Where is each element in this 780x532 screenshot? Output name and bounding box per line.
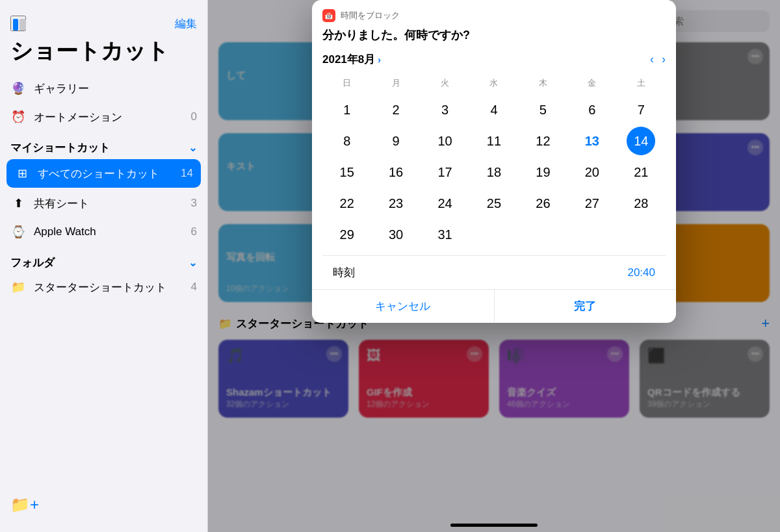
dialog: 📅 時間をブロック 分かりました。何時ですか? 2021年8月 › ‹ › 日	[312, 0, 676, 323]
calendar-day-27[interactable]: 27	[578, 189, 606, 218]
my-shortcuts-chevron[interactable]: ⌄	[188, 142, 197, 154]
calendar-day-21[interactable]: 21	[627, 158, 655, 186]
folders-label: フォルダ	[10, 255, 55, 270]
calendar-day-22[interactable]: 22	[333, 189, 361, 218]
calendar-month: 2021年8月 ›	[322, 52, 381, 67]
calendar: 2021年8月 › ‹ › 日 月 火 水 木 金 土	[312, 52, 676, 289]
weekday-mon: 月	[371, 75, 420, 92]
calendar-days: 1 2 3 4 5 6 7 8 9 10 11 12 13 14 15	[322, 94, 666, 250]
calendar-day-7[interactable]: 7	[627, 95, 655, 124]
modal-overlay: 📅 時間をブロック 分かりました。何時ですか? 2021年8月 › ‹ › 日	[208, 0, 780, 532]
calendar-day-14[interactable]: 14	[627, 127, 655, 155]
calendar-nav-buttons: ‹ ›	[650, 53, 666, 66]
dialog-question: 分かりました。何時ですか?	[312, 25, 676, 52]
cancel-button[interactable]: キャンセル	[312, 290, 495, 323]
sidebar-item-automation[interactable]: ⏰ オートメーション 0	[0, 103, 207, 131]
automation-icon: ⏰	[10, 109, 26, 125]
calendar-day-12[interactable]: 12	[528, 127, 557, 155]
starter-icon: 📁	[10, 279, 26, 295]
app-name: 時間をブロック	[341, 10, 400, 21]
time-value[interactable]: 20:40	[627, 266, 655, 279]
calendar-day-1[interactable]: 1	[333, 95, 361, 124]
weekday-fri: 金	[567, 75, 616, 92]
shared-label: 共有シート	[34, 196, 183, 211]
calendar-day-3[interactable]: 3	[431, 95, 460, 124]
shared-icon: ⬆	[10, 196, 26, 211]
main-content: 🔍 ••• して ••• ••• Ok Google OK Google •••…	[208, 0, 780, 532]
sidebar-item-all-shortcuts[interactable]: ⊞ すべてのショートカット 14	[6, 159, 201, 188]
calendar-day-30[interactable]: 30	[382, 220, 410, 249]
weekday-wed: 水	[469, 75, 518, 92]
sidebar-toggle-button[interactable]	[10, 16, 26, 31]
gallery-label: ギャラリー	[34, 81, 197, 96]
app-icon: 📅	[322, 9, 335, 22]
calendar-weekdays: 日 月 火 水 木 金 土	[322, 75, 666, 92]
next-month-button[interactable]: ›	[662, 53, 666, 66]
sidebar-item-starter[interactable]: 📁 スターターショートカット 4	[0, 273, 207, 301]
calendar-day-6[interactable]: 6	[578, 95, 606, 124]
automation-count: 0	[191, 110, 197, 123]
starter-count: 4	[191, 281, 197, 294]
calendar-day-28[interactable]: 28	[627, 189, 655, 218]
sidebar-title: ショートカット	[0, 34, 207, 74]
dialog-header: 📅 時間をブロック	[312, 0, 676, 25]
folders-chevron[interactable]: ⌄	[188, 257, 197, 269]
calendar-day-2[interactable]: 2	[382, 95, 410, 124]
sidebar: 編集 ショートカット 🔮 ギャラリー ⏰ オートメーション 0 マイショートカッ…	[0, 0, 208, 532]
prev-month-button[interactable]: ‹	[650, 53, 654, 66]
sidebar-item-gallery[interactable]: 🔮 ギャラリー	[0, 74, 207, 103]
apple-watch-label: Apple Watch	[34, 225, 183, 238]
calendar-day-16[interactable]: 16	[382, 158, 410, 186]
gallery-icon: 🔮	[10, 81, 26, 96]
calendar-day-5[interactable]: 5	[528, 95, 557, 124]
edit-button[interactable]: 編集	[175, 16, 197, 31]
calendar-day-11[interactable]: 11	[480, 127, 508, 155]
automation-label: オートメーション	[34, 110, 183, 125]
all-shortcuts-icon: ⊞	[14, 166, 30, 181]
calendar-day-24[interactable]: 24	[431, 189, 460, 218]
sidebar-bottom: 📁+	[0, 488, 207, 522]
weekday-sun: 日	[322, 75, 371, 92]
calendar-day-31[interactable]: 31	[431, 220, 460, 249]
weekday-sat: 土	[617, 75, 666, 92]
calendar-day-25[interactable]: 25	[480, 189, 508, 218]
calendar-day-23[interactable]: 23	[382, 189, 410, 218]
shared-count: 3	[191, 197, 197, 210]
calendar-day-29[interactable]: 29	[333, 220, 361, 249]
sidebar-item-shared[interactable]: ⬆ 共有シート 3	[0, 189, 207, 218]
calendar-day-18[interactable]: 18	[480, 158, 508, 186]
calendar-day-8[interactable]: 8	[333, 127, 361, 155]
calendar-day-26[interactable]: 26	[528, 189, 557, 218]
calendar-day-4[interactable]: 4	[480, 95, 508, 124]
weekday-tue: 火	[421, 75, 469, 92]
calendar-day-9[interactable]: 9	[382, 127, 410, 155]
add-folder-button[interactable]: 📁+	[10, 496, 39, 514]
all-shortcuts-count: 14	[181, 167, 193, 180]
calendar-nav: 2021年8月 › ‹ ›	[322, 52, 666, 67]
time-row: 時刻 20:40	[322, 255, 666, 289]
calendar-day-10[interactable]: 10	[431, 127, 460, 155]
apple-watch-count: 6	[191, 225, 197, 238]
dialog-actions: キャンセル 完了	[312, 289, 676, 323]
weekday-thu: 木	[519, 75, 567, 92]
calendar-day-19[interactable]: 19	[528, 158, 557, 186]
confirm-button[interactable]: 完了	[495, 290, 677, 323]
my-shortcuts-label: マイショートカット	[10, 140, 110, 155]
sidebar-header: 編集	[0, 10, 207, 34]
calendar-day-15[interactable]: 15	[333, 158, 361, 186]
calendar-day-17[interactable]: 17	[431, 158, 460, 186]
time-label: 時刻	[333, 265, 355, 280]
svg-rect-1	[20, 19, 26, 31]
my-shortcuts-section: マイショートカット ⌄	[0, 131, 207, 158]
apple-watch-icon: ⌚	[10, 224, 26, 240]
svg-rect-0	[13, 19, 18, 31]
all-shortcuts-label: すべてのショートカット	[38, 166, 173, 181]
starter-label: スターターショートカット	[34, 280, 183, 295]
folders-section: フォルダ ⌄	[0, 246, 207, 273]
month-chevron-icon[interactable]: ›	[378, 55, 381, 65]
calendar-day-20[interactable]: 20	[578, 158, 606, 186]
calendar-day-13[interactable]: 13	[578, 127, 606, 155]
sidebar-item-apple-watch[interactable]: ⌚ Apple Watch 6	[0, 218, 207, 246]
